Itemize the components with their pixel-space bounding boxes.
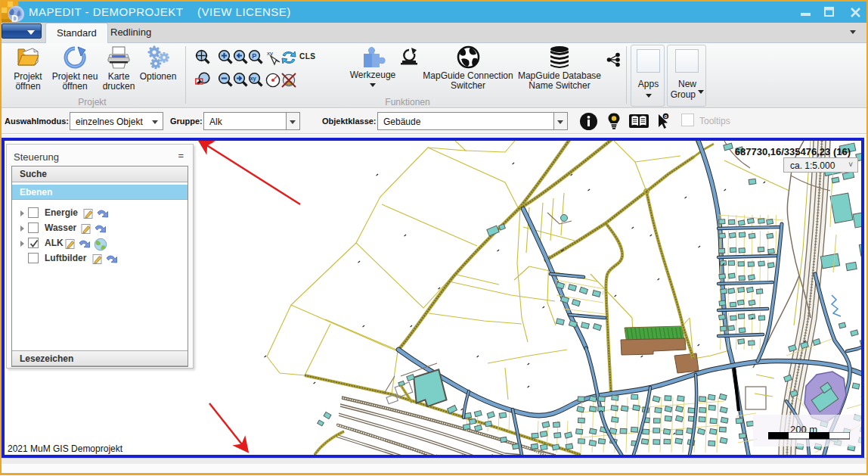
svg-text:xy: xy xyxy=(250,75,256,82)
svg-text:o: o xyxy=(664,114,667,119)
svg-text:P: P xyxy=(252,52,256,60)
svg-text:xy: xy xyxy=(267,50,273,57)
